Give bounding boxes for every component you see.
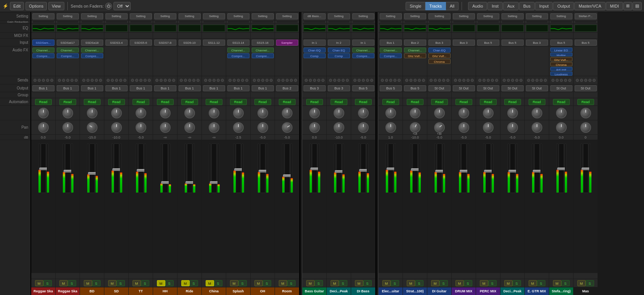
tab-single[interactable]: Single xyxy=(406,2,426,10)
fader-track[interactable] xyxy=(361,144,366,193)
vol-knob[interactable] xyxy=(410,108,420,118)
read-btn[interactable]: Read xyxy=(157,99,174,105)
mute-btn[interactable]: M xyxy=(157,280,165,286)
vol-knob[interactable] xyxy=(184,108,195,118)
vol-knob[interactable] xyxy=(434,108,445,118)
setting-btn[interactable]: Setting xyxy=(380,13,402,19)
solo-btn[interactable]: S xyxy=(117,280,125,286)
solo-btn[interactable]: S xyxy=(214,280,222,286)
channel-name[interactable]: Bass Guitar xyxy=(302,287,326,295)
solo-btn[interactable]: S xyxy=(415,280,423,286)
output-btn[interactable]: St Out xyxy=(453,85,475,91)
setting-btn[interactable]: Setting xyxy=(252,13,274,19)
fx-slot[interactable]: Channel... xyxy=(252,48,274,53)
fader-track[interactable] xyxy=(89,144,95,193)
read-btn[interactable]: Read xyxy=(504,99,521,105)
mute-btn[interactable]: M xyxy=(431,280,439,286)
solo-btn[interactable]: S xyxy=(513,280,521,286)
pan-knob[interactable] xyxy=(507,122,518,133)
fader-handle[interactable] xyxy=(335,170,343,173)
setting-btn[interactable]: Setting xyxy=(130,13,152,19)
pan-knob[interactable] xyxy=(87,122,97,133)
channel-name[interactable]: Reggae Ska xyxy=(31,287,55,295)
fader-handle[interactable] xyxy=(387,167,395,170)
tab-tracks[interactable]: Tracks xyxy=(425,2,446,10)
mute-btn[interactable]: M xyxy=(254,280,263,286)
read-btn[interactable]: Read xyxy=(431,99,448,105)
vol-knob[interactable] xyxy=(483,108,494,118)
fader-track[interactable] xyxy=(163,144,168,193)
output-btn[interactable]: Bus 1 xyxy=(203,85,225,91)
fader-handle[interactable] xyxy=(234,168,243,171)
channel-name[interactable]: TT xyxy=(129,287,153,295)
mute-btn[interactable]: M xyxy=(529,280,537,286)
fader-handle[interactable] xyxy=(210,181,218,184)
read-btn[interactable]: Read xyxy=(455,99,472,105)
fader-handle[interactable] xyxy=(185,181,194,184)
fx-slot[interactable]: Channel... xyxy=(352,48,374,53)
setting-btn[interactable]: Setting xyxy=(526,13,548,19)
output-btn[interactable]: Bus 5 xyxy=(352,85,374,91)
mute-btn[interactable]: M xyxy=(306,280,315,286)
fader-handle[interactable] xyxy=(64,170,72,172)
pan-knob[interactable] xyxy=(111,122,122,133)
output-btn[interactable]: Bus 1 xyxy=(81,85,103,91)
vol-knob[interactable] xyxy=(209,108,219,118)
channel-name[interactable]: PERC MIX xyxy=(476,287,500,295)
fx-slot[interactable]: Chan EQ xyxy=(304,48,326,53)
channel-name[interactable]: Elec...uitar xyxy=(379,287,403,295)
fader-handle[interactable] xyxy=(88,172,96,175)
setting-btn[interactable]: Setting xyxy=(105,13,128,19)
pan-knob[interactable] xyxy=(358,122,369,133)
fader-track[interactable] xyxy=(534,144,540,193)
pan-knob[interactable] xyxy=(532,122,542,133)
fader-track[interactable] xyxy=(312,144,317,193)
read-btn[interactable]: Read xyxy=(480,99,497,105)
vol-knob[interactable] xyxy=(556,108,567,118)
fx-slot[interactable]: Channel... xyxy=(57,48,79,53)
tab-aux[interactable]: Aux xyxy=(503,2,519,10)
view-menu[interactable]: View xyxy=(48,2,64,10)
solo-btn[interactable]: S xyxy=(391,280,399,286)
mute-btn[interactable]: M xyxy=(84,280,92,286)
fader-handle[interactable] xyxy=(533,170,541,172)
output-btn[interactable]: St Out xyxy=(575,85,597,91)
setting-btn[interactable]: Setting xyxy=(57,13,79,19)
setting-btn[interactable]: Setting xyxy=(428,13,451,19)
pan-knob[interactable] xyxy=(309,122,320,133)
setting-btn[interactable]: Setting xyxy=(32,13,54,19)
fx-slot[interactable]: Ghz Vulf... xyxy=(428,53,451,58)
fx-slot[interactable]: Loudness xyxy=(550,72,572,76)
fx-slot[interactable]: Channel... xyxy=(380,48,402,53)
fx-slot[interactable]: Linear EQ xyxy=(550,48,572,52)
fx-slot[interactable]: Compre... xyxy=(227,53,249,58)
fader-track[interactable] xyxy=(114,144,119,193)
fader-track[interactable] xyxy=(559,144,564,193)
fx-slot[interactable]: Compre... xyxy=(252,53,274,58)
output-btn[interactable]: Bus 1 xyxy=(105,85,128,91)
pan-knob[interactable] xyxy=(459,122,469,133)
fader-handle[interactable] xyxy=(310,167,319,170)
fx-slot[interactable]: Compre... xyxy=(352,53,374,58)
channel-name[interactable]: BD xyxy=(80,287,104,295)
fx-slot[interactable]: Ghz Vulf... xyxy=(404,53,426,58)
mute-btn[interactable]: M xyxy=(553,280,561,286)
fader-track[interactable] xyxy=(336,144,342,193)
pan-knob[interactable] xyxy=(136,122,146,133)
fx-slot[interactable]: Channel... xyxy=(404,48,426,53)
vol-knob[interactable] xyxy=(111,108,122,118)
vol-knob[interactable] xyxy=(459,108,469,118)
fader-track[interactable] xyxy=(412,144,418,193)
setting-btn[interactable]: Setting xyxy=(477,13,499,19)
solo-btn[interactable]: S xyxy=(363,280,372,286)
read-btn[interactable]: Read xyxy=(230,99,247,105)
options-menu[interactable]: Options xyxy=(26,2,47,10)
setting-btn[interactable]: Setting xyxy=(502,13,524,19)
fader-handle[interactable] xyxy=(435,170,444,172)
read-btn[interactable]: Read xyxy=(306,99,323,105)
fx-slot[interactable]: Comp xyxy=(328,53,350,58)
output-btn[interactable]: Bus 5 xyxy=(380,85,402,91)
edit-menu[interactable]: Edit xyxy=(10,2,24,10)
mute-btn[interactable]: M xyxy=(577,280,586,286)
vol-knob[interactable] xyxy=(38,108,49,118)
